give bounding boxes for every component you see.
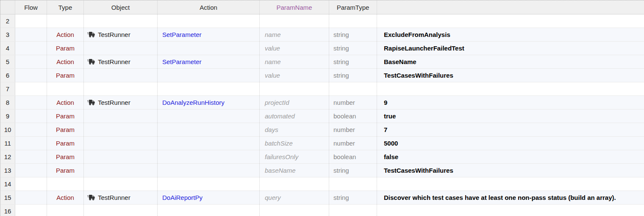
cell-value[interactable]: RapiseLauncherFailedTest [377,42,644,55]
cell-param-name[interactable]: projectId [259,96,329,109]
cell-param-name[interactable]: value [259,42,329,55]
cell-flow[interactable] [15,82,47,95]
cell-object[interactable] [83,137,157,150]
cell-value[interactable]: BaseName [377,55,644,68]
column-header-value[interactable] [377,0,644,14]
row-number[interactable]: 13 [0,164,15,177]
cell-param-type[interactable]: number [329,96,377,109]
cell-object[interactable] [83,14,157,28]
row-number[interactable]: 8 [0,96,15,109]
cell-param-name[interactable]: value [259,69,329,82]
cell-object[interactable] [83,205,157,216]
cell-param-type[interactable]: string [329,42,377,55]
cell-type[interactable]: Param [47,164,83,177]
cell-param-name[interactable]: failuresOnly [259,150,329,163]
column-header-paramname[interactable]: ParamName [259,0,329,14]
row-number[interactable]: 3 [0,28,15,41]
cell-value[interactable]: true [377,109,644,123]
cell-object[interactable]: TestRunner [83,55,157,68]
cell-action[interactable] [157,123,259,136]
cell-object[interactable] [83,82,157,95]
cell-param-type[interactable] [329,205,377,216]
cell-value[interactable]: false [377,150,644,163]
cell-value[interactable]: Discover which test cases have at least … [377,191,644,204]
cell-object[interactable]: TestRunner [83,28,157,41]
cell-type[interactable] [47,177,83,191]
cell-value[interactable]: TestCasesWithFailures [377,164,644,177]
column-header-flow[interactable]: Flow [15,0,47,14]
cell-action[interactable] [157,150,259,163]
cell-action[interactable] [157,164,259,177]
row-number[interactable]: 5 [0,55,15,68]
cell-flow[interactable] [15,42,47,55]
cell-value[interactable]: ExcludeFromAnalysis [377,28,644,41]
cell-param-name[interactable]: batchSize [259,137,329,150]
cell-type[interactable]: Action [47,28,83,41]
cell-type[interactable]: Action [47,96,83,109]
cell-param-type[interactable] [329,177,377,191]
cell-flow[interactable] [15,69,47,82]
cell-type[interactable] [47,14,83,28]
cell-param-type[interactable]: string [329,28,377,41]
cell-type[interactable]: Param [47,69,83,82]
cell-param-type[interactable]: string [329,191,377,204]
row-number[interactable]: 9 [0,109,15,123]
cell-flow[interactable] [15,109,47,123]
cell-action[interactable] [157,69,259,82]
cell-flow[interactable] [15,55,47,68]
cell-object[interactable] [83,164,157,177]
cell-action[interactable] [157,137,259,150]
cell-type[interactable]: Action [47,55,83,68]
row-number[interactable]: 12 [0,150,15,163]
cell-flow[interactable] [15,14,47,28]
cell-param-name[interactable]: query [259,191,329,204]
column-header-paramtype[interactable]: ParamType [329,0,377,14]
cell-object[interactable]: TestRunner [83,191,157,204]
cell-param-type[interactable]: number [329,137,377,150]
cell-action[interactable] [157,109,259,123]
cell-value[interactable]: TestCasesWithFailures [377,69,644,82]
cell-param-type[interactable] [329,14,377,28]
cell-object[interactable] [83,150,157,163]
row-number[interactable]: 11 [0,137,15,150]
cell-param-name[interactable] [259,14,329,28]
cell-type[interactable]: Param [47,137,83,150]
cell-flow[interactable] [15,96,47,109]
cell-object[interactable] [83,123,157,136]
cell-type[interactable]: Param [47,123,83,136]
cell-value[interactable] [377,82,644,95]
cell-type[interactable]: Param [47,42,83,55]
cell-param-type[interactable]: boolean [329,109,377,123]
cell-type[interactable]: Param [47,150,83,163]
cell-type[interactable]: Param [47,109,83,123]
cell-param-type[interactable]: string [329,69,377,82]
cell-action[interactable] [157,177,259,191]
cell-param-type[interactable]: string [329,55,377,68]
cell-value[interactable] [377,14,644,28]
cell-param-name[interactable] [259,177,329,191]
cell-value[interactable] [377,177,644,191]
cell-param-type[interactable]: string [329,164,377,177]
cell-type[interactable] [47,205,83,216]
cell-param-name[interactable]: automated [259,109,329,123]
cell-flow[interactable] [15,123,47,136]
cell-action[interactable]: DoAnalyzeRunHistory [157,96,259,109]
cell-value[interactable] [377,205,644,216]
cell-object[interactable]: TestRunner [83,96,157,109]
cell-flow[interactable] [15,191,47,204]
cell-flow[interactable] [15,137,47,150]
row-number[interactable]: 16 [0,205,15,216]
cell-object[interactable] [83,177,157,191]
cell-value[interactable]: 7 [377,123,644,136]
cell-param-name[interactable] [259,205,329,216]
cell-action[interactable]: DoAiReportPy [157,191,259,204]
cell-object[interactable] [83,109,157,123]
row-number[interactable]: 14 [0,177,15,191]
cell-param-name[interactable]: name [259,28,329,41]
row-number[interactable]: 6 [0,69,15,82]
cell-value[interactable]: 9 [377,96,644,109]
cell-param-name[interactable]: baseName [259,164,329,177]
cell-type[interactable]: Action [47,191,83,204]
cell-action[interactable]: SetParameter [157,28,259,41]
cell-flow[interactable] [15,177,47,191]
